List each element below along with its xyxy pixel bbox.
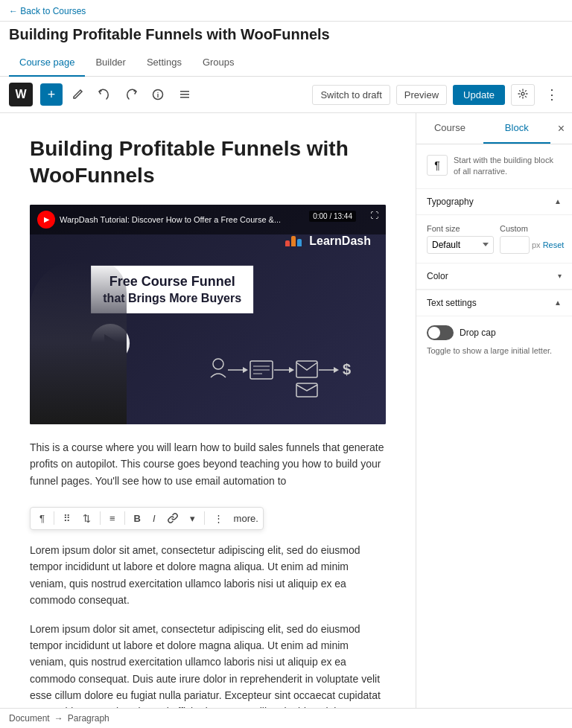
link-button[interactable] xyxy=(163,510,182,526)
svg-rect-19 xyxy=(296,383,317,397)
custom-font-size-input[interactable] xyxy=(500,236,530,254)
svg-marker-17 xyxy=(334,367,339,373)
typography-section-header[interactable]: Typography ▲ xyxy=(416,189,572,215)
toolbar-divider-4 xyxy=(204,511,205,525)
text-settings-collapse-icon: ▲ xyxy=(554,298,562,307)
svg-rect-15 xyxy=(296,361,317,377)
video-bg: ▶ WarpDash Tutorial: Discover How to Off… xyxy=(30,205,386,424)
settings-button[interactable] xyxy=(511,84,535,106)
drop-cap-desc: Toggle to show a large initial letter. xyxy=(427,346,562,355)
tab-builder[interactable]: Builder xyxy=(85,49,136,77)
post-title[interactable]: Building Profitable Funnels with WooFunn… xyxy=(30,135,386,190)
toolbar-right: Switch to draft Preview Update ⋮ xyxy=(312,83,563,106)
more-inline-button[interactable]: ▾ xyxy=(185,510,200,527)
nav-tabs: Course page Builder Settings Groups xyxy=(0,49,572,77)
update-button[interactable]: Update xyxy=(453,85,505,105)
redo-icon xyxy=(125,89,137,100)
font-unit-label: px xyxy=(532,240,541,249)
video-timer: 0:00 / 13:44 xyxy=(309,211,356,222)
tab-course-page[interactable]: Course page xyxy=(9,49,85,77)
custom-label: Custom xyxy=(500,224,564,233)
block-info-text: Start with the building block of all nar… xyxy=(454,155,562,178)
paragraph-3: Lorem ipsum dolor sit amet, consectetur … xyxy=(30,621,386,721)
drop-cap-label: Drop cap xyxy=(460,328,496,338)
paragraph-label[interactable]: Paragraph xyxy=(68,713,109,724)
video-fullscreen-icon: ⛶ xyxy=(370,211,378,220)
gear-icon xyxy=(518,89,528,99)
editor-area: Building Profitable Funnels with WooFunn… xyxy=(0,113,416,728)
more-options-button[interactable]: ⋮ xyxy=(541,83,563,106)
undo-button[interactable] xyxy=(92,84,116,105)
color-collapse-icon: ▾ xyxy=(558,272,562,280)
paragraph-2: Lorem ipsum dolor sit amet, consectetur … xyxy=(30,542,386,609)
svg-point-5 xyxy=(521,92,524,95)
toolbar-left: W + i xyxy=(9,83,197,106)
move-up-down-button[interactable]: ⇅ xyxy=(78,510,95,527)
switch-to-draft-button[interactable]: Switch to draft xyxy=(312,85,390,105)
font-size-group: Font size Default xyxy=(427,224,494,254)
text-settings-label: Text settings xyxy=(427,298,477,308)
custom-group: Custom px Reset xyxy=(500,224,564,254)
drop-cap-row: Drop cap xyxy=(427,325,562,340)
paragraph-1: This is a course where you will learn ho… xyxy=(30,439,386,489)
paragraph-block-icon: ¶ xyxy=(427,155,448,176)
bottom-arrow: → xyxy=(54,713,63,724)
toolbar-divider-3 xyxy=(124,511,125,525)
color-label: Color xyxy=(427,271,448,281)
bold-button[interactable]: B xyxy=(130,510,145,527)
svg-marker-14 xyxy=(289,367,294,373)
info-icon: i xyxy=(152,89,164,100)
document-label[interactable]: Document xyxy=(9,713,50,724)
right-panel: Course Block × ¶ Start with the building… xyxy=(416,113,572,728)
font-size-select[interactable]: Default xyxy=(427,236,494,254)
learndash-logo: LearnDash xyxy=(285,234,371,248)
wp-logo: W xyxy=(9,83,33,106)
font-size-label: Font size xyxy=(427,224,494,233)
typography-label: Typography xyxy=(427,197,474,207)
tab-settings[interactable]: Settings xyxy=(136,49,192,77)
preview-button[interactable]: Preview xyxy=(396,85,447,105)
youtube-logo-icon: ▶ xyxy=(37,211,55,229)
block-info-desc: Start with the building block of all nar… xyxy=(454,155,562,178)
italic-button[interactable]: I xyxy=(148,510,160,527)
svg-rect-4 xyxy=(180,97,189,98)
list-view-button[interactable] xyxy=(173,84,197,105)
typography-section-body: Font size Default Custom px Reset xyxy=(416,215,572,263)
pencil-icon xyxy=(72,89,83,100)
svg-text:i: i xyxy=(157,92,159,99)
svg-text:$: $ xyxy=(343,361,351,377)
drag-handle-button[interactable]: ⠿ xyxy=(59,510,75,527)
toolbar-divider-2 xyxy=(100,511,101,525)
redo-button[interactable] xyxy=(119,84,143,105)
top-bar: ← Back to Courses xyxy=(0,0,572,22)
color-section-header[interactable]: Color ▾ xyxy=(416,264,572,290)
back-link[interactable]: ← Back to Courses xyxy=(9,6,86,16)
toggle-knob xyxy=(428,327,440,339)
bottom-bar: Document → Paragraph xyxy=(0,708,572,728)
font-size-row: Font size Default Custom px Reset xyxy=(427,224,562,254)
funnel-diagram: $ xyxy=(207,355,371,402)
reset-button[interactable]: Reset xyxy=(543,240,565,249)
list-view-icon xyxy=(179,89,191,100)
add-block-button[interactable]: + xyxy=(40,83,63,106)
person-silhouette xyxy=(30,261,127,424)
text-settings-section-header[interactable]: Text settings ▲ xyxy=(416,290,572,316)
more-text: more. xyxy=(234,513,258,524)
edit-tool-button[interactable] xyxy=(66,84,89,105)
main-layout: Building Profitable Funnels with WooFunn… xyxy=(0,113,572,728)
drop-cap-toggle[interactable] xyxy=(427,325,454,340)
tab-groups[interactable]: Groups xyxy=(192,49,245,77)
align-button[interactable]: ≡ xyxy=(105,510,120,527)
panel-tab-block[interactable]: Block xyxy=(483,113,550,144)
svg-marker-8 xyxy=(243,367,248,373)
text-settings-body: Drop cap Toggle to show a large initial … xyxy=(416,316,572,364)
panel-close-button[interactable]: × xyxy=(550,116,572,141)
paragraph-type-button[interactable]: ¶ xyxy=(35,510,49,527)
options-inline-button[interactable]: ⋮ xyxy=(209,510,228,527)
undo-icon xyxy=(98,89,110,100)
svg-rect-3 xyxy=(180,94,189,95)
video-embed[interactable]: ▶ WarpDash Tutorial: Discover How to Off… xyxy=(30,205,386,424)
info-button[interactable]: i xyxy=(146,84,170,105)
panel-header: Course Block × xyxy=(416,113,572,144)
panel-tab-course[interactable]: Course xyxy=(416,113,483,144)
